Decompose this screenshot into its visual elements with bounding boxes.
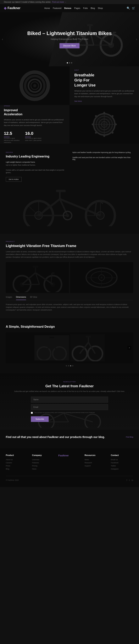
breathable-text: Whatever your service or product we've g… <box>74 90 134 98</box>
product-tabs: Images Dimensions 3D View <box>6 296 133 300</box>
footer-col-product: Product About us Careers Press Blog <box>6 454 28 471</box>
hero-cta-button[interactable]: Discover More <box>59 43 80 48</box>
handle-image-area <box>0 66 69 105</box>
breathable-label: Grip <box>74 69 134 71</box>
social-facebook-icon[interactable]: f <box>127 479 127 481</box>
acceleration-text: Whatever your service or product we've g… <box>4 118 66 127</box>
hero-content: Biked – Lightweight Titanium Bikes Helpi… <box>27 30 112 48</box>
tab-images[interactable]: Images <box>6 296 12 300</box>
svg-line-44 <box>28 206 39 216</box>
slider-dots <box>6 365 133 366</box>
name-input[interactable] <box>31 396 108 402</box>
announcement-bar: Discover our latest X model of bikes com… <box>0 0 139 4</box>
svg-rect-84 <box>49 337 54 338</box>
newsletter-desc: Subscribe and get notified when we launc… <box>6 390 133 393</box>
nav-featured[interactable]: Featured <box>53 7 61 9</box>
nav-blog[interactable]: Blog <box>91 7 95 9</box>
newsletter-section: Newsletter Get The Latest from Faulkner … <box>0 373 139 430</box>
footer-facebook[interactable]: Facebook <box>111 462 133 464</box>
logo-text: Faulkner <box>7 6 20 10</box>
cart-icon[interactable]: 🛒 <box>132 6 135 10</box>
nav-folio[interactable]: Folio <box>83 7 88 9</box>
hero-dots <box>67 62 72 64</box>
blog-link[interactable]: Find Blog <box>126 436 133 438</box>
checkbox-row: You accept our privacy policy and consen… <box>31 412 108 414</box>
stats-row: 12.5 Increase in gear efficiency and vib… <box>4 131 66 144</box>
slider-dot-2[interactable] <box>68 365 69 366</box>
design-img-2-svg <box>70 334 105 361</box>
consent-checkbox[interactable] <box>31 412 33 414</box>
nav-home[interactable]: Home <box>44 7 50 9</box>
hero-next-arrow[interactable]: › <box>136 38 137 41</box>
engineering-cta[interactable]: Get In Action <box>6 177 22 182</box>
breathable-content: Grip BreathableGrip ForLonger Use Whatev… <box>69 66 139 105</box>
eng-point-3-heading: Saddle and seat post that are one bonded… <box>72 156 133 160</box>
hero-title: Biked – Lightweight Titanium Bikes <box>27 30 112 36</box>
svg-point-78 <box>101 277 103 278</box>
product-label: Product <box>6 241 133 242</box>
hero-dot-2[interactable] <box>69 62 70 64</box>
design-slider-arrow[interactable]: › <box>128 346 131 350</box>
subscribe-button[interactable]: Subscribe <box>31 416 49 422</box>
slider-dot-1[interactable] <box>66 365 67 366</box>
email-input[interactable] <box>31 404 108 410</box>
footer-news[interactable]: News <box>32 468 54 470</box>
blog-title: Find out all that you need about Faulkne… <box>6 436 105 438</box>
design-image-2 <box>70 334 105 361</box>
nav-demos[interactable]: Demos <box>64 7 71 9</box>
footer-product-title: Product <box>6 454 28 456</box>
eng-point-1-text: Up to 4x lighter than traditional frames… <box>6 164 67 166</box>
copyright: © Faulkner 2020 <box>6 479 19 481</box>
hero-dot-1[interactable] <box>67 62 68 64</box>
hero-section: Biked – Lightweight Titanium Bikes Helpi… <box>0 12 139 66</box>
eng-point-extra: Comes with a 10 speed cassette and rear … <box>6 169 67 174</box>
social-linkedin-icon[interactable]: in <box>132 479 133 481</box>
tab-3dview[interactable]: 3D View <box>30 296 37 300</box>
nav-pages[interactable]: Pages <box>74 7 80 9</box>
footer-features[interactable]: Features <box>32 462 54 464</box>
newsletter-label: Newsletter <box>6 381 133 383</box>
footer-email[interactable]: Email Us <box>111 459 133 460</box>
svg-point-32 <box>103 112 105 114</box>
tab-dimensions[interactable]: Dimensions <box>16 296 26 300</box>
social-twitter-icon[interactable]: t <box>129 479 130 481</box>
hero-dot-3[interactable] <box>71 62 72 64</box>
footer-blog[interactable]: Blog <box>6 468 28 470</box>
hero-prev-arrow[interactable]: ‹ <box>2 38 3 41</box>
footer-res-news[interactable]: News <box>85 459 107 460</box>
slider-dot-3[interactable] <box>70 365 71 366</box>
full-bike-svg <box>13 188 126 226</box>
stat-2: 16.0 Decrease in gear wheel wear over 7 … <box>25 131 42 144</box>
product-desc: Lorem ipsum dolor sit amet, consectetur … <box>6 250 133 259</box>
main-nav: Home Featured Demos Pages Folio Blog Sho… <box>44 7 103 9</box>
stat-1-label: Increase in gear efficiency and vibratio… <box>4 137 21 144</box>
gear-svg <box>87 107 122 142</box>
footer: Product About us Careers Press Blog Comp… <box>0 448 139 487</box>
footer-brand-title: Faulkner <box>58 454 81 457</box>
footer-twitter[interactable]: Twitter <box>111 465 133 467</box>
breathable-title: BreathableGrip ForLonger Use <box>74 72 134 88</box>
footer-instagram[interactable]: Instagram <box>111 468 133 470</box>
svg-rect-90 <box>86 336 91 338</box>
footer-support[interactable]: Support <box>85 465 107 467</box>
breathable-link[interactable]: See More <box>74 100 134 102</box>
announcement-link[interactable]: Find out more → <box>52 1 66 3</box>
product-title: Lightweight Vibration Free Titanium Fram… <box>6 244 133 248</box>
nav-shop[interactable]: Shop <box>98 7 103 9</box>
announcement-text: Discover our latest X model of bikes com… <box>4 1 51 3</box>
search-icon[interactable]: 🔍 <box>127 6 130 10</box>
eng-point-1: Light weight titanium composite frame. U… <box>6 161 67 166</box>
newsletter-form: You accept our privacy policy and consen… <box>31 396 108 422</box>
logo[interactable]: ◆ Faulkner <box>4 6 20 10</box>
eng-point-1-heading: Light weight titanium composite frame. <box>6 161 67 163</box>
footer-overview[interactable]: Overview <box>32 459 54 460</box>
slider-dot-4[interactable] <box>72 365 73 366</box>
checkbox-label: You accept our privacy policy and consen… <box>34 412 95 414</box>
header: ◆ Faulkner Home Featured Demos Pages Fol… <box>0 4 139 12</box>
acceleration-content: Speed ImprovedAcceleration Whatever your… <box>0 105 69 144</box>
footer-press[interactable]: Press <box>6 465 28 467</box>
footer-about[interactable]: About us <box>6 459 28 460</box>
footer-careers[interactable]: Careers <box>6 462 28 464</box>
footer-pricing[interactable]: Pricing <box>32 465 54 467</box>
footer-research[interactable]: Research <box>85 462 107 464</box>
